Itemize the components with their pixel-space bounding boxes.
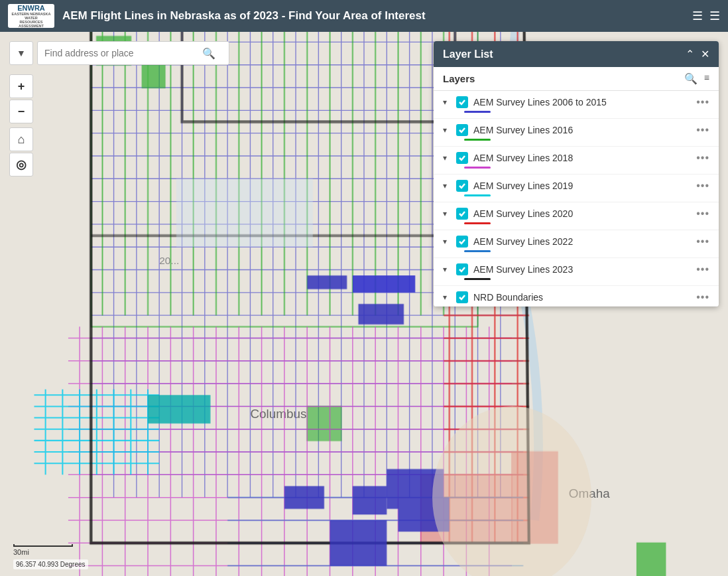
svg-rect-164 — [307, 275, 347, 289]
header-icons: ☰ ☰ — [692, 9, 720, 23]
layer-legend-symbol — [464, 139, 491, 141]
map-container[interactable]: Sioux City Columbus Lincoln Omaha 20... — [0, 32, 728, 576]
svg-rect-163 — [358, 304, 404, 324]
layer-visibility-checkbox[interactable] — [456, 208, 468, 220]
layer-legend-symbol — [464, 278, 491, 280]
layer-options-button[interactable]: ••• — [696, 180, 709, 192]
layer-list-panel: Layer List ⌃ ✕ Layers 🔍 ≡ ▾AEM Survey Li… — [434, 41, 719, 307]
layers-toolbar-icons: 🔍 ≡ — [684, 72, 709, 85]
layer-visibility-checkbox[interactable] — [456, 180, 468, 192]
svg-rect-177 — [353, 275, 415, 293]
layers-label: Layers — [443, 73, 475, 84]
chevron-down-icon: ▼ — [17, 48, 26, 58]
home-button[interactable]: ⌂ — [9, 127, 33, 151]
logo: ENWRA EASTERN NEBRASKA WATER RESOURCES A… — [8, 4, 54, 28]
locate-icon: ◎ — [16, 157, 27, 172]
menu-icon[interactable]: ☰ — [709, 9, 720, 23]
svg-rect-169 — [284, 486, 324, 509]
locate-button[interactable]: ◎ — [9, 153, 33, 177]
layer-chevron-icon[interactable]: ▾ — [443, 98, 451, 107]
search-input[interactable] — [38, 48, 197, 58]
layer-item: ▾AEM Survey Lines 2019••• — [434, 175, 719, 202]
svg-rect-168 — [330, 520, 387, 566]
list-view-icon[interactable]: ☰ — [692, 9, 703, 23]
zoom-out-button[interactable]: − — [9, 100, 33, 123]
layer-legend-symbol — [464, 222, 491, 224]
svg-rect-68 — [637, 543, 666, 576]
layer-item: ▾NRD Boundaries••• — [434, 286, 719, 307]
layer-name-label: AEM Survey Lines 2020 — [473, 208, 691, 219]
layer-name-label: AEM Survey Lines 2023 — [473, 264, 691, 275]
layer-item: ▾AEM Survey Lines 2016••• — [434, 119, 719, 147]
layer-name-label: AEM Survey Lines 2022 — [473, 236, 691, 247]
layers-content: ▾AEM Survey Lines 2006 to 2015•••▾AEM Su… — [434, 91, 719, 307]
scale-label: 30mi — [13, 548, 73, 556]
layer-name-label: AEM Survey Lines 2016 — [473, 125, 691, 135]
search-button[interactable]: 🔍 — [197, 42, 221, 64]
layer-name-label: AEM Survey Lines 2019 — [473, 180, 691, 191]
filter-layers-icon[interactable]: ≡ — [704, 72, 709, 85]
layer-options-button[interactable]: ••• — [696, 124, 709, 136]
layer-chevron-icon[interactable]: ▾ — [443, 265, 451, 274]
scale-line — [13, 544, 73, 547]
layer-list-title: Layer List — [443, 48, 493, 60]
search-bar: ▼ 🔍 — [9, 41, 229, 65]
logo-text: ENWRA EASTERN NEBRASKA WATER RESOURCES A… — [8, 4, 54, 28]
layer-name-label: AEM Survey Lines 2006 to 2015 — [473, 97, 691, 108]
collapse-panel-button[interactable]: ⌃ — [686, 48, 694, 60]
layer-name-label: AEM Survey Lines 2018 — [473, 153, 691, 163]
layer-visibility-checkbox[interactable] — [456, 152, 468, 164]
layer-visibility-checkbox[interactable] — [456, 291, 468, 303]
svg-rect-166 — [353, 486, 387, 515]
layer-chevron-icon[interactable]: ▾ — [443, 153, 451, 163]
layer-visibility-checkbox[interactable] — [456, 263, 468, 275]
layer-options-button[interactable]: ••• — [696, 208, 709, 220]
layer-chevron-icon[interactable]: ▾ — [443, 237, 451, 246]
svg-rect-67 — [307, 406, 341, 440]
layer-legend-symbol — [464, 194, 491, 196]
zoom-in-button[interactable]: + — [9, 74, 33, 98]
svg-rect-175 — [176, 179, 313, 247]
search-input-wrap: 🔍 — [37, 41, 229, 65]
layer-item: ▾AEM Survey Lines 2020••• — [434, 202, 719, 230]
layer-visibility-checkbox[interactable] — [456, 96, 468, 108]
close-panel-button[interactable]: ✕ — [701, 48, 709, 60]
layer-item: ▾AEM Survey Lines 2006 to 2015••• — [434, 91, 719, 119]
layer-legend-symbol — [464, 167, 491, 169]
layers-toolbar: Layers 🔍 ≡ — [434, 67, 719, 91]
svg-rect-66 — [142, 65, 164, 88]
layer-chevron-icon[interactable]: ▾ — [443, 209, 451, 218]
layer-list-header: Layer List ⌃ ✕ — [434, 41, 719, 67]
plus-icon: + — [18, 80, 25, 94]
svg-text:Columbus: Columbus — [250, 407, 306, 421]
layer-visibility-checkbox[interactable] — [456, 236, 468, 248]
scale-bar: 30mi — [13, 544, 73, 556]
layer-item: ▾AEM Survey Lines 2018••• — [434, 147, 719, 175]
layer-legend-symbol — [464, 111, 491, 113]
layer-options-button[interactable]: ••• — [696, 263, 709, 275]
map-tools: + − ⌂ ◎ — [9, 74, 33, 177]
layer-name-label: NRD Boundaries — [473, 292, 691, 303]
layer-options-button[interactable]: ••• — [696, 96, 709, 108]
layer-chevron-icon[interactable]: ▾ — [443, 293, 451, 302]
layer-legend-symbol — [464, 250, 491, 252]
layer-item: ▾AEM Survey Lines 2022••• — [434, 230, 719, 258]
minus-icon: − — [18, 105, 25, 119]
app-header: ENWRA EASTERN NEBRASKA WATER RESOURCES A… — [0, 0, 728, 32]
layer-list-header-icons: ⌃ ✕ — [686, 48, 709, 60]
home-icon: ⌂ — [18, 133, 25, 147]
search-icon: 🔍 — [202, 47, 215, 60]
layer-visibility-checkbox[interactable] — [456, 124, 468, 136]
svg-text:20...: 20... — [159, 255, 179, 266]
layer-item: ▾AEM Survey Lines 2023••• — [434, 258, 719, 286]
page-title: AEM Flight Lines in Nebraska as of 2023 … — [62, 9, 684, 23]
layer-chevron-icon[interactable]: ▾ — [443, 181, 451, 190]
coordinates-display: 96.357 40.993 Degrees — [13, 559, 88, 569]
layer-options-button[interactable]: ••• — [696, 152, 709, 164]
svg-rect-173 — [148, 395, 210, 423]
layer-options-button[interactable]: ••• — [696, 291, 709, 303]
layer-chevron-icon[interactable]: ▾ — [443, 125, 451, 135]
search-dropdown-button[interactable]: ▼ — [9, 41, 33, 65]
layer-options-button[interactable]: ••• — [696, 236, 709, 248]
search-layers-icon[interactable]: 🔍 — [684, 72, 698, 85]
